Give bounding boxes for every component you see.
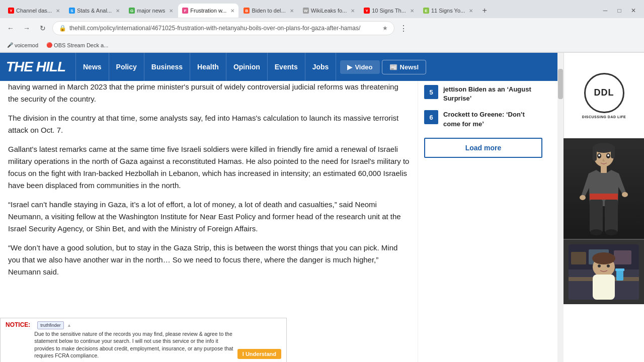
svg-point-15 (605, 229, 617, 235)
tab-close-icon[interactable]: ✕ (56, 8, 60, 14)
i-understand-button[interactable]: I Understand (237, 349, 281, 359)
sidebar-title-6[interactable]: Crockett to Greene: ‘Don’t come for me’ (443, 110, 542, 128)
site-nav: News Policy Business Health Opinion Even… (75, 53, 557, 81)
webcam-feed-svg (569, 244, 639, 300)
forward-button[interactable]: → (20, 22, 33, 35)
tab-stats[interactable]: S Stats & Anal... ✕ (65, 4, 124, 18)
article-paragraph-3: Gallant's latest remarks came at the sam… (8, 143, 410, 192)
new-tab-button[interactable]: + (478, 4, 491, 17)
site-logo[interactable]: THE HILL (6, 59, 65, 75)
close-window-button[interactable]: ✕ (627, 4, 640, 17)
article-paragraph-5: “We don’t have a good solution, but to s… (8, 242, 410, 278)
tab-youtube-channel[interactable]: Y Channel das... ✕ (4, 4, 64, 18)
svg-point-7 (607, 154, 609, 156)
tab-frustration-active[interactable]: F Frustration w... ✕ (178, 4, 238, 18)
bookmarks-bar: 🎤 voicemod 🔴 OBS Stream Deck a... (0, 38, 644, 52)
sidebar-title-5[interactable]: jettison Biden as an ‘August Surprise’ (443, 85, 542, 103)
nav-item-news[interactable]: News (75, 53, 109, 81)
anime-character-svg (574, 141, 634, 236)
svg-point-6 (598, 154, 600, 156)
load-more-button[interactable]: Load more (424, 138, 542, 158)
play-icon: ▶ (347, 63, 352, 71)
scrollbar[interactable] (557, 81, 564, 362)
tab-close-icon[interactable]: ✕ (410, 8, 414, 14)
article-paragraph-4: “Israel can’t handle staying in Gaza, it… (8, 199, 410, 235)
minimize-button[interactable]: ─ (599, 4, 612, 17)
notice-bar: NOTICE: truthfinder ▲ Due to the sensiti… (0, 318, 287, 362)
nav-item-events[interactable]: Events (268, 53, 305, 81)
tab-google-news[interactable]: G major news ✕ (125, 4, 177, 18)
tab-close-icon[interactable]: ✕ (169, 8, 173, 14)
svg-point-13 (622, 192, 628, 197)
tab-wikileaks[interactable]: W WikiLeaks fo... ✕ (299, 4, 359, 18)
svg-rect-8 (601, 166, 607, 173)
tab-10signs[interactable]: Y 10 Signs Th... ✕ (360, 4, 418, 18)
svg-rect-3 (611, 146, 615, 158)
webcam-area (564, 239, 644, 304)
extensions-icon[interactable]: ⋮ (399, 24, 408, 33)
maximize-button[interactable]: □ (613, 4, 626, 17)
tab-close-icon[interactable]: ✕ (351, 8, 355, 14)
ddl-logo: DDL (584, 73, 624, 113)
nav-item-jobs[interactable]: Jobs (305, 53, 337, 81)
sidebar: 5 jettison Biden as an ‘August Surprise’… (418, 81, 548, 362)
right-panel: DDL DISCUSSING DAD LIFE (564, 53, 644, 362)
tab-close-icon[interactable]: ✕ (230, 8, 234, 14)
svg-point-12 (580, 195, 586, 200)
sidebar-item-5: 5 jettison Biden as an ‘August Surprise’ (424, 85, 542, 103)
svg-point-26 (592, 252, 615, 264)
bookmark-voicemod[interactable]: 🎤 voicemod (4, 41, 41, 49)
article-body: having warned in March 2023 that the pri… (0, 81, 418, 362)
address-bar-row: ← → ↻ 🔒 thehill.com/policy/international… (0, 18, 644, 38)
svg-rect-20 (614, 250, 631, 264)
sidebar-num-5: 5 (424, 85, 438, 99)
svg-point-25 (607, 264, 610, 267)
news-icon: 📰 (389, 63, 397, 71)
sidebar-num-6: 6 (424, 110, 438, 124)
tab-bar: Y Channel das... ✕ S Stats & Anal... ✕ G… (0, 0, 644, 18)
article-area: having warned in March 2023 that the pri… (0, 81, 564, 362)
nav-item-policy[interactable]: Policy (109, 53, 144, 81)
notice-label: NOTICE: (6, 321, 30, 328)
nav-item-health[interactable]: Health (190, 53, 226, 81)
svg-point-14 (590, 229, 602, 235)
tab-11signs[interactable]: E 11 Signs Yo... ✕ (419, 4, 477, 18)
nav-video-button[interactable]: ▶ Video (340, 60, 379, 74)
svg-rect-9 (590, 194, 618, 200)
truthfinder-badge: truthfinder (37, 321, 64, 330)
address-box[interactable]: 🔒 thehill.com/policy/international/46710… (52, 21, 394, 35)
nav-newsletter-button[interactable]: 📰 Newsl (382, 60, 427, 74)
svg-rect-18 (571, 252, 586, 264)
article-paragraph-2: The division in the country at that time… (8, 112, 410, 136)
notice-full-text: Due to the sensitive nature of the recor… (34, 330, 233, 359)
svg-rect-28 (615, 268, 624, 271)
ddl-logo-area: DDL DISCUSSING DAD LIFE (564, 53, 644, 138)
svg-rect-2 (593, 146, 597, 161)
nav-item-business[interactable]: Business (144, 53, 190, 81)
bookmark-obs[interactable]: 🔴 OBS Stream Deck a... (43, 41, 111, 49)
ddl-subtitle: DISCUSSING DAD LIFE (582, 115, 626, 119)
browser-chrome: Y Channel das... ✕ S Stats & Anal... ✕ G… (0, 0, 644, 53)
tab-close-icon[interactable]: ✕ (469, 8, 473, 14)
back-button[interactable]: ← (4, 22, 17, 35)
svg-rect-11 (605, 200, 618, 232)
svg-rect-10 (590, 200, 603, 232)
reload-button[interactable]: ↻ (36, 22, 49, 35)
tab-close-icon[interactable]: ✕ (116, 8, 120, 14)
site-header: THE HILL News Policy Business Health Opi… (0, 53, 564, 81)
nav-item-opinion[interactable]: Opinion (226, 53, 268, 81)
page-layout: THE HILL News Policy Business Health Opi… (0, 53, 644, 362)
ddl-initials: DDL (594, 87, 614, 98)
tab-close-icon[interactable]: ✕ (290, 8, 294, 14)
svg-rect-27 (616, 269, 623, 281)
main-content: THE HILL News Policy Business Health Opi… (0, 53, 564, 362)
sidebar-item-6: 6 Crockett to Greene: ‘Don’t come for me… (424, 110, 542, 128)
article-paragraph-1: having warned in March 2023 that the pri… (8, 81, 410, 105)
anime-character-area (564, 138, 644, 239)
ad-indicator: ▲ (67, 322, 71, 329)
svg-rect-23 (593, 275, 615, 300)
scrollbar-thumb[interactable] (558, 81, 563, 99)
toolbar-icons: ⋮ (399, 24, 408, 33)
tab-biden[interactable]: B Biden to del... ✕ (239, 4, 297, 18)
svg-point-24 (598, 264, 601, 267)
